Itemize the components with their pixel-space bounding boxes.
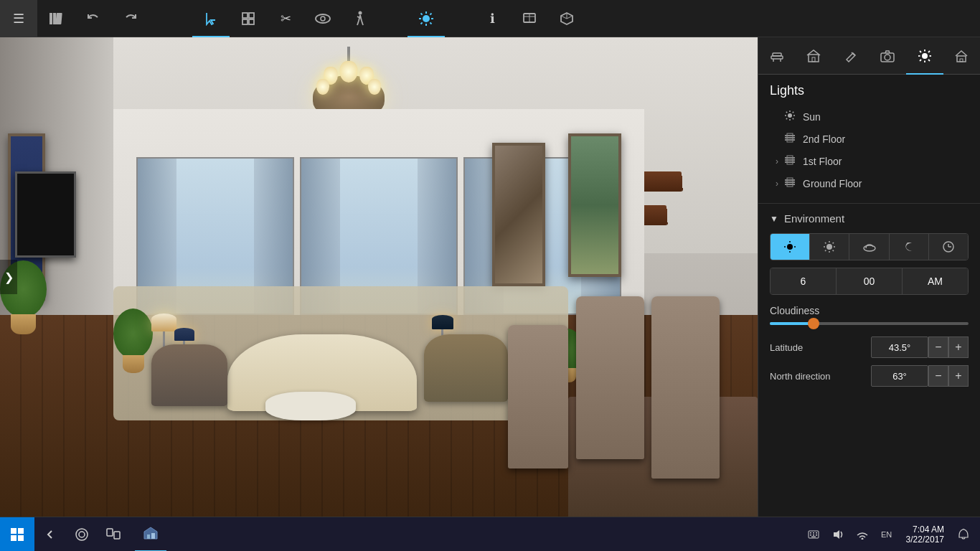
select-icon[interactable] (192, 0, 230, 37)
lights-title: Lights (770, 83, 969, 98)
scissors-icon[interactable]: ✂ (267, 0, 304, 37)
cloudiness-label: Cloudiness (770, 305, 969, 316)
redo-icon[interactable] (112, 0, 149, 37)
armchair-1 (151, 344, 227, 407)
panel-lights-icon[interactable] (906, 37, 943, 75)
svg-line-30 (561, 16, 567, 19)
svg-rect-32 (773, 53, 781, 56)
latitude-plus-btn[interactable]: + (948, 336, 969, 358)
back-taskbar-icon[interactable] (34, 517, 66, 552)
environment-header[interactable]: ▼ Environment (770, 212, 969, 225)
svg-point-40 (922, 53, 928, 59)
panel-camera-icon[interactable] (870, 37, 907, 75)
svg-rect-35 (809, 55, 819, 62)
light-item-2nd-floor[interactable]: › 2nd Floor (770, 128, 969, 150)
svg-rect-70 (785, 184, 795, 185)
cloudiness-slider-thumb[interactable] (808, 318, 819, 329)
view2d-icon[interactable] (511, 0, 548, 37)
walk-icon[interactable] (341, 0, 379, 37)
north-direction-plus-btn[interactable]: + (948, 365, 969, 387)
tod-sun-btn[interactable] (810, 234, 849, 260)
start-button[interactable] (0, 517, 34, 552)
left-nav-arrow[interactable]: ❯ (0, 260, 17, 294)
svg-rect-91 (18, 528, 24, 534)
svg-rect-36 (812, 57, 815, 62)
svg-line-21 (430, 22, 431, 24)
north-direction-label: North direction (770, 371, 871, 382)
panel-build-icon[interactable] (796, 37, 833, 75)
panel-house-icon[interactable] (943, 37, 981, 75)
light-item-ground-floor[interactable]: › Ground Floor (770, 172, 969, 194)
svg-rect-66 (785, 161, 795, 163)
svg-line-58 (793, 112, 793, 113)
1st-floor-expand: › (776, 156, 778, 166)
time-period[interactable]: AM (903, 268, 968, 294)
svg-point-39 (885, 55, 890, 60)
artwork-right-2 (568, 133, 621, 277)
svg-line-59 (786, 118, 787, 119)
environment-section: ▼ Environment (758, 204, 980, 517)
clock-date: 3/22/2017 (906, 534, 944, 545)
tod-moon-btn[interactable] (890, 234, 929, 260)
panel-furniture-icon[interactable] (758, 37, 796, 75)
eye-icon[interactable] (304, 0, 341, 37)
taskview-icon[interactable] (98, 517, 129, 552)
plant-pot-1 (123, 355, 144, 373)
chandelier-bulb-4 (316, 79, 329, 95)
latitude-input[interactable] (871, 336, 928, 358)
svg-line-83 (833, 250, 834, 251)
clock[interactable]: 7:04 AM 3/22/2017 (900, 524, 950, 545)
svg-rect-105 (810, 534, 811, 536)
north-direction-minus-btn[interactable]: − (928, 365, 948, 387)
svg-line-46 (928, 60, 930, 61)
svg-rect-64 (785, 157, 795, 159)
artwork-right-1 (492, 143, 545, 286)
north-direction-input[interactable] (871, 365, 928, 387)
svg-rect-60 (785, 135, 795, 136)
tod-dawn-btn[interactable] (771, 234, 810, 260)
undo-icon[interactable] (75, 0, 112, 37)
time-minute[interactable]: 00 (837, 268, 903, 294)
right-panel: Lights › Sun › (758, 37, 980, 517)
svg-line-84 (833, 242, 834, 243)
coffee-table (265, 392, 357, 420)
svg-rect-106 (813, 534, 814, 536)
light-item-sun[interactable]: › Sun (770, 105, 969, 128)
svg-rect-5 (242, 19, 248, 24)
svg-line-47 (928, 51, 930, 52)
latitude-minus-btn[interactable]: − (928, 336, 948, 358)
cloudiness-slider-fill (770, 322, 814, 325)
cube3d-icon[interactable] (548, 0, 585, 37)
floor-light-icon-ground (784, 176, 796, 190)
objects-icon[interactable] (230, 0, 267, 37)
svg-rect-68 (785, 179, 795, 181)
svg-line-85 (825, 250, 826, 251)
time-hour[interactable]: 6 (771, 268, 837, 294)
cloudiness-slider[interactable] (770, 322, 969, 325)
tod-cloud-btn[interactable] (849, 234, 889, 260)
network-tray-icon[interactable] (852, 517, 873, 552)
tl-shade-1 (174, 328, 194, 341)
app-taskbar-icon[interactable] (135, 517, 166, 552)
sun-toolbar-icon[interactable] (407, 0, 445, 37)
svg-line-22 (430, 13, 431, 14)
notification-icon[interactable] (953, 517, 974, 552)
lang-tray-icon[interactable]: EN (876, 517, 897, 552)
keyboard-tray-icon[interactable] (803, 517, 824, 552)
tod-clock-btn[interactable] (929, 234, 968, 260)
latitude-label: Latitude (770, 342, 871, 353)
armchair-2 (424, 334, 507, 402)
svg-point-9 (359, 11, 362, 14)
info-icon[interactable]: ℹ (473, 0, 511, 37)
library-icon[interactable] (37, 0, 75, 37)
svg-rect-90 (11, 528, 17, 534)
panel-edit-icon[interactable] (832, 37, 870, 75)
svg-rect-69 (785, 182, 795, 183)
cortana-icon[interactable] (66, 517, 98, 552)
hamburger-menu-icon[interactable]: ☰ (0, 0, 37, 37)
svg-point-94 (76, 529, 88, 540)
2nd-floor-label: 2nd Floor (803, 133, 845, 145)
light-item-1st-floor[interactable]: › 1st Floor (770, 150, 969, 172)
svg-line-57 (793, 118, 793, 119)
volume-tray-icon[interactable] (827, 517, 849, 552)
